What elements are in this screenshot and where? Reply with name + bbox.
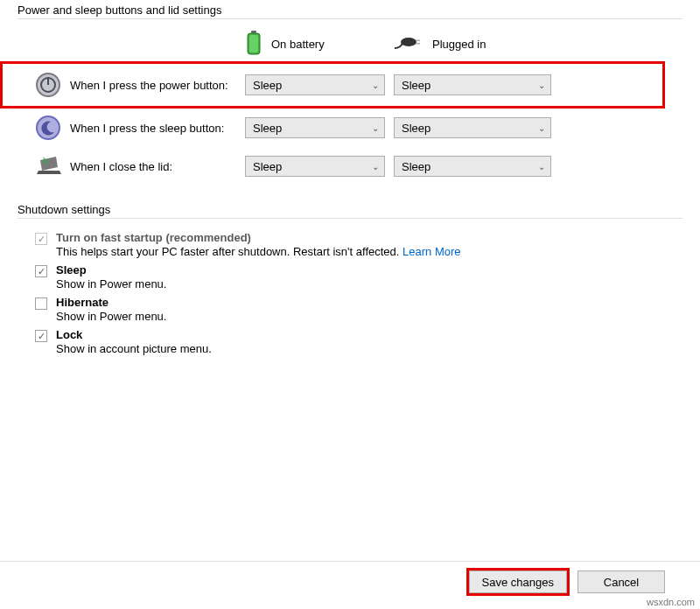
power-button-on-battery-select[interactable]: Sleep ⌄ xyxy=(245,74,385,95)
sleep-label: Sleep xyxy=(56,263,166,276)
fast-startup-label: Turn on fast startup (recommended) xyxy=(56,231,461,244)
lock-label: Lock xyxy=(56,328,212,341)
sleep-button-on-battery-value: Sleep xyxy=(253,122,282,135)
svg-rect-5 xyxy=(416,43,420,45)
power-section-title: Power and sleep buttons and lid settings xyxy=(0,0,700,18)
lock-option: Lock Show in account picture menu. xyxy=(0,323,700,355)
footer-bar: Save changes Cancel xyxy=(0,561,700,593)
sleep-button-icon xyxy=(35,115,70,141)
watermark: wsxdn.com xyxy=(647,597,695,607)
sleep-checkbox[interactable] xyxy=(35,265,47,277)
fast-startup-checkbox[interactable] xyxy=(35,233,47,245)
close-lid-label: When I close the lid: xyxy=(70,160,245,173)
power-button-icon xyxy=(35,72,70,98)
plugged-in-label: Plugged in xyxy=(432,38,486,51)
sleep-button-label: When I press the sleep button: xyxy=(70,122,245,135)
chevron-down-icon: ⌄ xyxy=(538,80,545,90)
chevron-down-icon: ⌄ xyxy=(372,123,379,133)
lock-desc: Show in account picture menu. xyxy=(56,342,212,355)
power-button-plugged-in-value: Sleep xyxy=(402,79,430,92)
hibernate-checkbox[interactable] xyxy=(35,298,47,310)
power-button-row-highlight: When I press the power button: Sleep ⌄ S… xyxy=(0,61,665,108)
close-lid-on-battery-value: Sleep xyxy=(253,160,282,173)
close-lid-on-battery-select[interactable]: Sleep ⌄ xyxy=(245,156,385,177)
chevron-down-icon: ⌄ xyxy=(538,162,545,172)
svg-rect-2 xyxy=(249,35,258,52)
on-battery-header: On battery xyxy=(245,31,385,58)
close-lid-plugged-in-select[interactable]: Sleep ⌄ xyxy=(394,156,551,177)
svg-rect-4 xyxy=(416,39,420,41)
power-sleep-lid-section: Power and sleep buttons and lid settings… xyxy=(0,0,700,194)
power-button-label: When I press the power button: xyxy=(70,79,245,92)
sleep-button-plugged-in-value: Sleep xyxy=(402,122,430,135)
fast-startup-desc: This helps start your PC faster after sh… xyxy=(56,245,461,258)
chevron-down-icon: ⌄ xyxy=(372,80,379,90)
svg-point-3 xyxy=(401,38,416,46)
save-changes-button[interactable]: Save changes xyxy=(469,570,567,593)
lid-icon xyxy=(35,155,70,178)
chevron-down-icon: ⌄ xyxy=(538,123,545,133)
cancel-button[interactable]: Cancel xyxy=(578,570,665,593)
shutdown-section-title: Shutdown settings xyxy=(0,200,700,218)
chevron-down-icon: ⌄ xyxy=(372,162,379,172)
close-lid-plugged-in-value: Sleep xyxy=(402,160,430,173)
hibernate-label: Hibernate xyxy=(56,296,166,309)
plugged-in-header: Plugged in xyxy=(394,35,560,53)
lock-checkbox[interactable] xyxy=(35,330,47,342)
plug-icon xyxy=(394,35,424,53)
fast-startup-option: Turn on fast startup (recommended) This … xyxy=(0,226,700,258)
on-battery-label: On battery xyxy=(271,38,325,51)
learn-more-link[interactable]: Learn More xyxy=(402,245,460,258)
power-button-on-battery-value: Sleep xyxy=(253,79,282,92)
hibernate-desc: Show in Power menu. xyxy=(56,310,166,323)
battery-icon xyxy=(245,31,262,58)
divider xyxy=(18,18,682,19)
power-button-plugged-in-select[interactable]: Sleep ⌄ xyxy=(394,74,551,95)
column-headers: On battery Plugged in xyxy=(0,26,700,61)
sleep-button-row: When I press the sleep button: Sleep ⌄ S… xyxy=(0,108,700,147)
sleep-option: Sleep Show in Power menu. xyxy=(0,258,700,290)
close-lid-row: When I close the lid: Sleep ⌄ Sleep ⌄ xyxy=(0,147,700,186)
sleep-button-plugged-in-select[interactable]: Sleep ⌄ xyxy=(394,117,551,138)
svg-point-9 xyxy=(37,116,60,139)
hibernate-option: Hibernate Show in Power menu. xyxy=(0,290,700,323)
shutdown-settings-section: Shutdown settings Turn on fast startup (… xyxy=(0,200,700,355)
sleep-button-on-battery-select[interactable]: Sleep ⌄ xyxy=(245,117,385,138)
divider xyxy=(18,218,682,219)
sleep-desc: Show in Power menu. xyxy=(56,277,166,290)
